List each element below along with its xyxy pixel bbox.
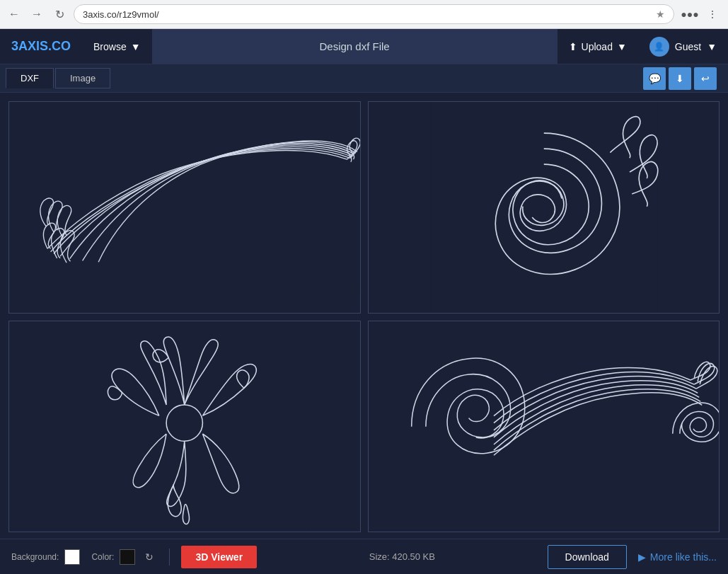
- browser-actions: ●●● ⋮: [680, 4, 722, 24]
- back-button[interactable]: ←: [6, 6, 23, 23]
- color-label: Color:: [91, 552, 114, 562]
- color-black-swatch[interactable]: [120, 549, 135, 565]
- browse-chevron-icon: ▼: [131, 41, 141, 52]
- extensions-button[interactable]: ●●●: [680, 4, 700, 24]
- color-control: Color: ↻: [91, 549, 158, 566]
- browser-toolbar: ← → ↻ 3axis.co/r1z9vmol/ ★ ●●● ⋮: [0, 0, 728, 28]
- guest-button[interactable]: 👤 Guest ▼: [638, 29, 728, 64]
- upload-chevron-icon: ▼: [617, 41, 627, 52]
- upload-icon: ⬆: [569, 41, 577, 52]
- app-header: 3AXIS.CO Browse ▼ Design dxf File ⬆ Uplo…: [0, 29, 728, 64]
- design-svg-2: [369, 102, 720, 313]
- logo: 3AXIS.CO: [0, 29, 82, 64]
- browse-button[interactable]: Browse ▼: [82, 29, 152, 64]
- svg-rect-4: [369, 323, 720, 530]
- avatar: 👤: [649, 37, 669, 57]
- page-title: Design dxf File: [152, 29, 557, 64]
- design-svg-1: [9, 102, 360, 313]
- design-panel-2: [368, 101, 720, 314]
- more-like-this-button[interactable]: ▶ More like this...: [638, 551, 717, 563]
- design-svg-3: [9, 321, 360, 532]
- share-button[interactable]: ↩: [694, 67, 717, 90]
- background-white-swatch[interactable]: [64, 549, 80, 565]
- viewer-button[interactable]: 3D Viewer: [181, 546, 257, 568]
- design-svg-4: [369, 321, 720, 532]
- bottom-bar: Background: Color: ↻ 3D Viewer Size: 420…: [0, 539, 728, 574]
- svg-rect-2: [61, 321, 308, 532]
- background-control: Background:: [11, 549, 80, 565]
- background-label: Background:: [11, 552, 59, 562]
- more-label: More like this...: [650, 551, 717, 563]
- forward-button[interactable]: →: [28, 6, 45, 23]
- browse-label: Browse: [93, 41, 127, 52]
- bookmark-icon[interactable]: ★: [656, 8, 665, 20]
- more-icon: ▶: [638, 551, 646, 563]
- divider-1: [169, 549, 170, 566]
- guest-label: Guest: [675, 41, 701, 52]
- url-text: 3axis.co/r1z9vmol/: [83, 9, 656, 20]
- browser-chrome: ← → ↻ 3axis.co/r1z9vmol/ ★ ●●● ⋮: [0, 0, 728, 29]
- refresh-button[interactable]: ↻: [51, 6, 68, 23]
- guest-chevron-icon: ▼: [707, 41, 717, 52]
- tabs-bar: DXF Image 💬 ⬇ ↩: [0, 64, 728, 93]
- design-panel-3: [8, 321, 361, 533]
- upload-label: Upload: [582, 41, 613, 52]
- design-panel-4: [368, 321, 720, 533]
- download-button[interactable]: Download: [548, 545, 627, 569]
- refresh-colors-button[interactable]: ↻: [141, 549, 158, 566]
- tabs-right: 💬 ⬇ ↩: [643, 67, 722, 90]
- design-panel-1: [8, 101, 361, 314]
- address-bar[interactable]: 3axis.co/r1z9vmol/ ★: [74, 4, 674, 24]
- file-size: Size: 420.50 KB: [268, 551, 536, 562]
- download-tab-button[interactable]: ⬇: [669, 67, 691, 90]
- tabs-left: DXF Image: [6, 68, 110, 88]
- tab-dxf[interactable]: DXF: [6, 68, 54, 88]
- main-content: [0, 93, 728, 541]
- tab-image[interactable]: Image: [55, 68, 110, 88]
- menu-button[interactable]: ⋮: [703, 4, 722, 24]
- upload-button[interactable]: ⬆ Upload ▼: [557, 29, 638, 64]
- comment-button[interactable]: 💬: [643, 67, 666, 90]
